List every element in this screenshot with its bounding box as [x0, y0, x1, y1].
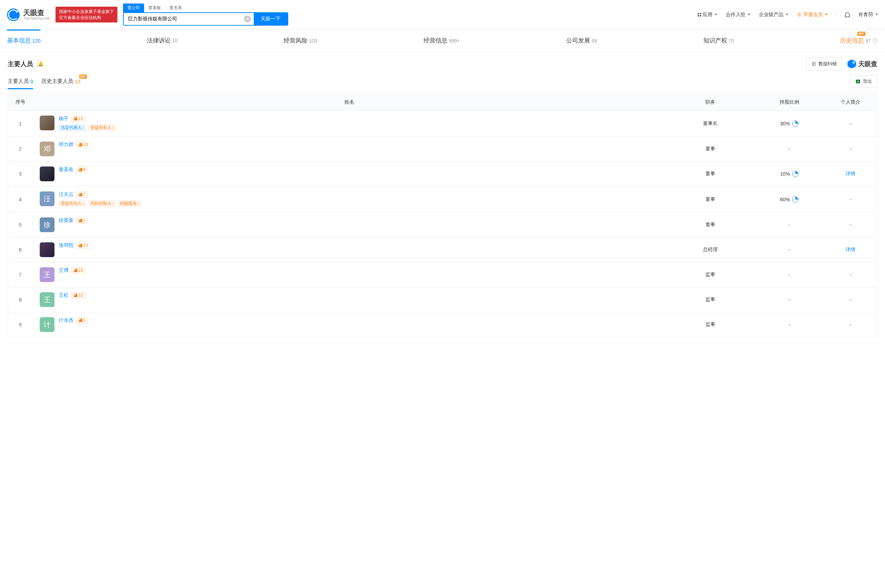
relation-count-badge[interactable]: 8: [76, 166, 88, 173]
search-tab-company[interactable]: 查公司: [123, 3, 144, 12]
person-name-link[interactable]: 杨子: [59, 116, 69, 122]
role-tag[interactable]: 实际控制人›: [88, 200, 116, 207]
search-button[interactable]: 天眼一下: [254, 13, 287, 25]
avatar[interactable]: [40, 116, 54, 130]
person-name-link[interactable]: 汪天云: [59, 191, 74, 198]
cell-bio[interactable]: 详情: [825, 162, 877, 186]
person-name-link[interactable]: 王博: [59, 267, 69, 274]
nav-tab[interactable]: 公司发展 99: [566, 30, 597, 52]
pie-chart-icon[interactable]: [792, 171, 799, 177]
pie-chart-icon[interactable]: [792, 196, 799, 202]
detail-link[interactable]: 详情: [846, 171, 855, 176]
relation-count-badge[interactable]: 10: [76, 141, 90, 148]
role-tag[interactable]: 受益所有人›: [88, 124, 116, 131]
relation-count-badge[interactable]: 5: [76, 317, 88, 324]
vip-menu[interactable]: ♔ 开通会员: [797, 11, 828, 18]
cell-bio[interactable]: 详情: [825, 237, 877, 262]
nav-tab-label: 知识产权: [703, 36, 727, 45]
person-name-link[interactable]: 徐英奎: [59, 218, 74, 224]
nav-tab-count: 999+: [449, 38, 460, 44]
nav-tab[interactable]: 基本信息 120: [7, 30, 41, 52]
search-tab-relation[interactable]: 查关系: [165, 3, 186, 12]
nav-tab-count: 99: [592, 38, 597, 44]
grid-icon: [698, 13, 701, 16]
avatar[interactable]: 汪: [40, 191, 54, 206]
cell-name: 张羽熙 13: [33, 237, 666, 262]
alert-icon[interactable]: [36, 60, 44, 68]
nav-tab-count: 70: [729, 38, 734, 44]
table-row: 3 黄圣依 8 董事10%详情: [8, 162, 877, 186]
relation-count-badge[interactable]: 10: [71, 292, 86, 298]
person-name-link[interactable]: 计永杰: [59, 317, 74, 324]
cell-bio: -: [825, 287, 877, 312]
nav-tab[interactable]: 知识产权 70: [703, 30, 734, 52]
cell-position: 监事: [666, 262, 754, 287]
nav-tabs: 基本信息 120法律诉讼 10经营风险 103经营信息 999+公司发展 99知…: [0, 30, 885, 52]
role-tag[interactable]: 受益所有人›: [59, 200, 86, 207]
person-name-link[interactable]: 张羽熙: [59, 242, 74, 249]
th-bio: 个人简介: [825, 94, 877, 111]
caret-icon: [715, 14, 717, 15]
tags-row: 受益所有人›实际控制人›控股股东›: [59, 200, 141, 207]
avatar[interactable]: 计: [40, 317, 54, 332]
avatar[interactable]: 徐: [40, 218, 54, 232]
nav-tab[interactable]: 经营风险 103: [284, 30, 317, 52]
sub-tab[interactable]: 历史主要人员 12VIP: [42, 78, 81, 89]
sub-tab-label: 历史主要人员: [42, 78, 73, 85]
nav-tab[interactable]: 经营信息 999+: [424, 30, 460, 52]
role-tag[interactable]: 法定代表人›: [59, 124, 86, 131]
person-name-link[interactable]: 王松: [59, 292, 69, 298]
table-row: 1 杨子 15 法定代表人›受益所有人› 董事长30%-: [8, 111, 877, 136]
pie-chart-icon[interactable]: [792, 120, 799, 127]
avatar[interactable]: 王: [40, 267, 54, 282]
logo-icon: [847, 59, 856, 69]
avatar[interactable]: 邓: [40, 141, 54, 156]
divider: [836, 11, 837, 18]
relation-count-badge[interactable]: 18: [71, 267, 86, 274]
cell-position: 董事: [666, 162, 754, 186]
cell-index: 2: [8, 136, 33, 162]
table-row: 7 王 王博 18 监事--: [8, 262, 877, 287]
logo[interactable]: 天眼查 TianYanCha.com: [7, 8, 50, 21]
avatar[interactable]: 王: [40, 292, 54, 307]
correct-label: 数据纠错: [819, 61, 837, 67]
relation-count-badge[interactable]: 13: [76, 242, 90, 249]
relation-count-badge[interactable]: 7: [76, 191, 88, 198]
notifications[interactable]: [845, 12, 850, 17]
cell-share: -: [754, 262, 825, 287]
sub-tab[interactable]: 主要人员 9: [8, 78, 33, 89]
correct-data-button[interactable]: 数据纠错: [806, 58, 842, 70]
search-input[interactable]: [124, 13, 244, 25]
apps-menu[interactable]: 应用: [698, 12, 717, 18]
avatar[interactable]: [40, 242, 54, 257]
person-name-link[interactable]: 邓力群: [59, 141, 74, 148]
help-icon[interactable]: ?: [872, 38, 878, 44]
nav-tab[interactable]: 法律诉讼 10: [147, 30, 178, 52]
cell-position: 监事: [666, 287, 754, 312]
user-menu[interactable]: 肖青羽: [858, 12, 878, 18]
export-label: 导出: [863, 78, 872, 85]
avatar[interactable]: [40, 166, 54, 181]
enterprise-menu[interactable]: 企业级产品: [759, 12, 788, 18]
nav-tab-label: 法律诉讼: [147, 36, 171, 45]
caret-icon: [875, 14, 878, 15]
clear-icon[interactable]: ✕: [244, 15, 251, 22]
tags-row: 法定代表人›受益所有人›: [59, 124, 116, 131]
relation-count-badge[interactable]: 2: [76, 218, 88, 224]
cell-name: 邓 邓力群 10: [33, 136, 666, 162]
detail-link[interactable]: 详情: [846, 247, 855, 252]
nav-tab[interactable]: 历史信息 97 ?VIP: [840, 30, 878, 52]
share-value: 10%: [780, 171, 790, 177]
role-tag[interactable]: 控股股东›: [118, 200, 141, 207]
partner-menu[interactable]: 合作入驻: [726, 12, 750, 18]
cell-index: 6: [8, 237, 33, 262]
cell-position: 董事: [666, 186, 754, 213]
cell-share: -: [754, 237, 825, 262]
relation-count-badge[interactable]: 15: [71, 116, 86, 122]
header-right: 应用 合作入驻 企业级产品 ♔ 开通会员 肖青羽: [698, 11, 878, 18]
export-button[interactable]: X 导出: [850, 75, 877, 88]
search-tab-boss[interactable]: 查老板: [144, 3, 165, 12]
enterprise-label: 企业级产品: [759, 12, 783, 18]
nav-tab-label: 经营信息: [424, 36, 448, 45]
person-name-link[interactable]: 黄圣依: [59, 166, 74, 173]
